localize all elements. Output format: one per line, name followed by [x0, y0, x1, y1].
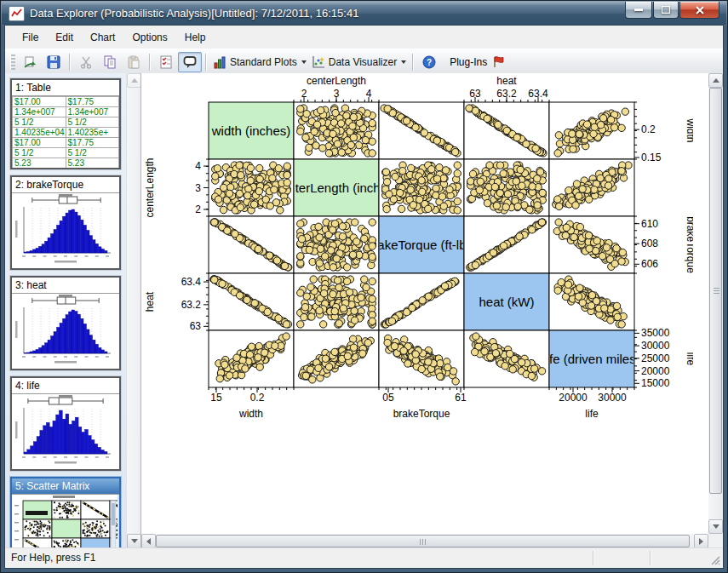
menu-edit[interactable]: Edit — [47, 28, 82, 47]
svg-text:63.4: 63.4 — [181, 276, 202, 288]
title-bar[interactable]: Data Explorer (Probabilistic Analysis)[U… — [2, 2, 726, 25]
svg-text:heat: heat — [496, 75, 517, 87]
svg-text:30000: 30000 — [641, 340, 670, 352]
table-cell: 5 1/2 — [66, 148, 119, 158]
scroll-left-button[interactable] — [141, 534, 156, 548]
paste-icon — [127, 55, 140, 69]
svg-text:610: 610 — [641, 218, 658, 230]
svg-text:2: 2 — [301, 88, 307, 100]
table-cell: 1.34e+007 — [66, 107, 119, 117]
data-visualizer-button[interactable]: Data Visualizer — [309, 52, 409, 72]
thumbnail-title: 3: heat — [12, 278, 119, 294]
table-cell: 5 1/2 — [13, 117, 66, 128]
table-cell: 1.40235e+ — [66, 128, 119, 138]
standard-plots-label: Standard Plots — [230, 56, 297, 68]
thumbnail-scatter-matrix-selected[interactable]: 5: Scatter Matrix — [10, 477, 121, 548]
data-visualizer-label: Data Visualizer — [329, 56, 397, 68]
scroll-up-button[interactable] — [708, 73, 723, 88]
svg-text:width: width — [685, 117, 693, 142]
svg-text:brakeTorque (ft-lbs): brakeTorque (ft-lbs) — [366, 238, 477, 252]
svg-text:heat (kW): heat (kW) — [479, 295, 534, 309]
cut-icon — [79, 55, 93, 69]
status-pane-separator — [650, 551, 651, 565]
paste-button[interactable] — [122, 52, 146, 72]
help-button[interactable]: ? — [417, 52, 441, 72]
menu-chart[interactable]: Chart — [82, 28, 123, 47]
thumbnail-title: 5: Scatter Matrix — [12, 478, 119, 495]
svg-text:63.4: 63.4 — [528, 88, 548, 100]
thumbnail-heat[interactable]: 3: heat — [10, 276, 121, 370]
vertical-scrollbar[interactable] — [708, 73, 723, 534]
resize-grip-icon[interactable] — [710, 555, 721, 566]
scroll-right-button[interactable] — [694, 534, 708, 548]
sidebar-scrollbar[interactable] — [126, 73, 141, 548]
menu-file[interactable]: File — [14, 28, 47, 47]
svg-text:life: life — [685, 352, 693, 366]
menu-bar: File Edit Chart Options Help — [5, 26, 723, 49]
app-chart-icon — [9, 6, 25, 21]
triangle-up-icon — [713, 78, 719, 83]
chevron-down-icon — [301, 60, 307, 64]
thumbnail-table[interactable]: 1: Table $17.00$17.751.34e+0071.34e+0075… — [10, 78, 121, 169]
save-icon — [47, 55, 60, 69]
table-cell: 1.40235e+041 — [13, 128, 66, 138]
table-cell: $17.00 — [13, 138, 66, 148]
horizontal-scrollbar[interactable] — [141, 534, 708, 548]
table-cell: 1.34e+007 — [13, 107, 66, 117]
table-cell: 5.23 — [66, 158, 119, 169]
svg-text:brakeTorque: brakeTorque — [393, 408, 450, 420]
scatter-matrix-thumbnail-preview — [12, 495, 119, 548]
svg-text:35000: 35000 — [641, 327, 670, 339]
cut-button[interactable] — [74, 52, 98, 72]
chart-canvas: width (inches)centerLength (inches)brake… — [140, 73, 723, 548]
checklist-button[interactable] — [154, 52, 178, 72]
comment-button[interactable] — [178, 52, 202, 72]
scatter-matrix-chart[interactable]: width (inches)centerLength (inches)brake… — [141, 73, 708, 534]
svg-text:width (inches): width (inches) — [211, 123, 291, 138]
triangle-right-icon — [699, 538, 703, 545]
toolbar-separator — [205, 54, 207, 71]
svg-text:608: 608 — [641, 238, 658, 249]
triangle-up-icon — [131, 78, 138, 83]
plugins-button[interactable] — [487, 52, 511, 72]
histogram-thumbnail-preview — [12, 193, 119, 268]
svg-text:25000: 25000 — [641, 352, 670, 364]
window-title: Data Explorer (Probabilistic Analysis)[U… — [30, 7, 358, 20]
maximize-button[interactable] — [653, 2, 679, 19]
toolbar-grip[interactable] — [10, 54, 15, 70]
bar-chart-icon — [213, 55, 226, 69]
table-thumbnail-preview: $17.00$17.751.34e+0071.34e+0075 1/25 1/2… — [12, 96, 119, 168]
svg-text:heat: heat — [144, 291, 156, 312]
standard-plots-button[interactable]: Standard Plots — [210, 52, 309, 72]
scrollbar-thumb[interactable] — [709, 88, 722, 494]
scrollbar-thumb[interactable] — [156, 535, 690, 547]
thumb-grip — [714, 288, 719, 295]
table-cell: $17.75 — [66, 97, 119, 107]
speech-bubble-icon — [183, 55, 197, 69]
scroll-down-button[interactable] — [127, 534, 141, 548]
svg-text:2: 2 — [195, 203, 201, 215]
thumbnail-title: 2: brakeTorque — [12, 177, 119, 193]
thumbnail-life[interactable]: 4: life — [10, 376, 121, 471]
svg-text:15: 15 — [210, 392, 222, 404]
svg-text:15000: 15000 — [641, 377, 670, 389]
save-button[interactable] — [42, 52, 66, 72]
scroll-up-button[interactable] — [127, 73, 141, 88]
chart-thumbnail-list: 1: Table $17.00$17.751.34e+0071.34e+0075… — [5, 73, 126, 548]
scroll-down-button[interactable] — [708, 519, 723, 534]
svg-text:0.2: 0.2 — [641, 123, 656, 135]
menu-help[interactable]: Help — [176, 28, 215, 47]
svg-text:brakeTorque: brakeTorque — [685, 216, 693, 273]
triangle-down-icon — [713, 524, 719, 529]
help-icon: ? — [422, 55, 436, 69]
svg-text:63: 63 — [190, 320, 202, 332]
thumbnail-braketorque[interactable]: 2: brakeTorque — [10, 175, 121, 270]
toolbar-separator — [69, 54, 71, 71]
open-button[interactable] — [18, 52, 42, 72]
close-button[interactable] — [679, 2, 719, 19]
menu-options[interactable]: Options — [123, 28, 175, 47]
minimize-button[interactable] — [625, 2, 652, 19]
copy-button[interactable] — [98, 52, 122, 72]
thumb-grip — [420, 539, 427, 545]
svg-text:61: 61 — [455, 392, 467, 404]
